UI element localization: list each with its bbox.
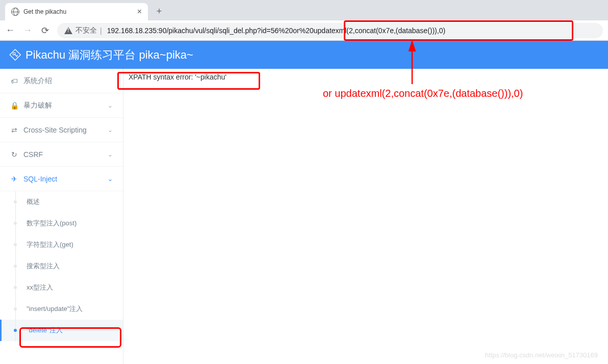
tag-icon: 🏷 [10, 77, 18, 85]
page-title: Pikachu 漏洞练习平台 pika~pika~ [26, 47, 193, 63]
refresh-icon: ↻ [10, 150, 18, 159]
back-button[interactable]: ← [5, 25, 15, 36]
chevron-down-icon: ⌄ [108, 175, 113, 183]
chevron-down-icon: ⌄ [108, 151, 113, 158]
subitem-numeric-post[interactable]: 数字型注入(post) [0, 213, 123, 234]
browser-tab[interactable]: Get the pikachu × [5, 3, 148, 20]
sidebar-item-label: 暴力破解 [23, 101, 52, 110]
chevron-down-icon: ⌄ [108, 102, 113, 109]
subitem-label: "insert/update"注入 [27, 304, 83, 314]
sidebar-item-xss[interactable]: ⇄ Cross-Site Scripting ⌄ [0, 118, 123, 142]
sidebar-item-bruteforce[interactable]: 🔒 暴力破解 ⌄ [0, 93, 123, 118]
new-tab-button[interactable]: + [152, 4, 166, 18]
subitem-label: 数字型注入(post) [27, 219, 77, 228]
watermark: https://blog.csdn.net/weixin_51730169 [485, 351, 598, 359]
tab-title: Get the pikachu [23, 8, 133, 15]
close-icon[interactable]: × [137, 7, 142, 16]
subitem-overview[interactable]: 概述 [0, 191, 123, 213]
sidebar-item-label: CSRF [23, 150, 43, 159]
page-body: 🏷 系统介绍 🔒 暴力破解 ⌄ ⇄ Cross-Site Scripting ⌄… [0, 69, 608, 364]
sidebar: 🏷 系统介绍 🔒 暴力破解 ⌄ ⇄ Cross-Site Scripting ⌄… [0, 69, 123, 364]
transfer-icon: ⇄ [10, 126, 18, 134]
lock-icon: 🔒 [10, 101, 18, 110]
subitem-delete[interactable]: "delete"注入 [0, 320, 123, 341]
key-icon: ⚿ [8, 47, 23, 62]
chevron-down-icon: ⌄ [108, 126, 113, 134]
subitem-label: 字符型注入(get) [27, 240, 73, 249]
sidebar-item-csrf[interactable]: ↻ CSRF ⌄ [0, 142, 123, 167]
sidebar-item-label: 系统介绍 [23, 76, 52, 86]
subitem-search[interactable]: 搜索型注入 [0, 255, 123, 277]
subitem-insert-update[interactable]: "insert/update"注入 [0, 298, 123, 320]
url-text: 192.168.18.235:90/pikachu/vul/sqli/sqli_… [107, 27, 445, 35]
plane-icon: ✈ [10, 175, 18, 183]
security-badge[interactable]: 不安全 | [64, 26, 102, 35]
reload-button[interactable]: ⟳ [40, 25, 50, 36]
error-message: XPATH syntax error: '~pikachu' [129, 73, 603, 81]
content-area: XPATH syntax error: '~pikachu' [123, 69, 608, 364]
subitem-label: 概述 [27, 197, 40, 206]
sidebar-item-sqlinject[interactable]: ✈ SQL-Inject ⌄ [0, 167, 123, 191]
subitem-label: "delete"注入 [27, 326, 63, 335]
subitem-label: 搜索型注入 [27, 262, 60, 271]
globe-icon [11, 8, 19, 16]
warning-icon [64, 27, 72, 34]
browser-tab-strip: Get the pikachu × + [0, 0, 608, 20]
browser-toolbar: ← → ⟳ 不安全 | 192.168.18.235:90/pikachu/vu… [0, 20, 608, 41]
page-header: ⚿ Pikachu 漏洞练习平台 pika~pika~ [0, 41, 608, 69]
subitem-string-get[interactable]: 字符型注入(get) [0, 234, 123, 255]
forward-button[interactable]: → [22, 25, 33, 36]
sidebar-item-label: SQL-Inject [23, 175, 57, 183]
insecure-label: 不安全 [75, 26, 97, 35]
address-bar[interactable]: 不安全 | 192.168.18.235:90/pikachu/vul/sqli… [57, 23, 603, 38]
annotation-text: or updatexml(2,concat(0x7e,(database()))… [323, 88, 523, 99]
sidebar-item-intro[interactable]: 🏷 系统介绍 [0, 69, 123, 93]
subitem-label: xx型注入 [27, 283, 53, 292]
subitem-xx[interactable]: xx型注入 [0, 277, 123, 298]
sidebar-item-label: Cross-Site Scripting [23, 126, 87, 134]
